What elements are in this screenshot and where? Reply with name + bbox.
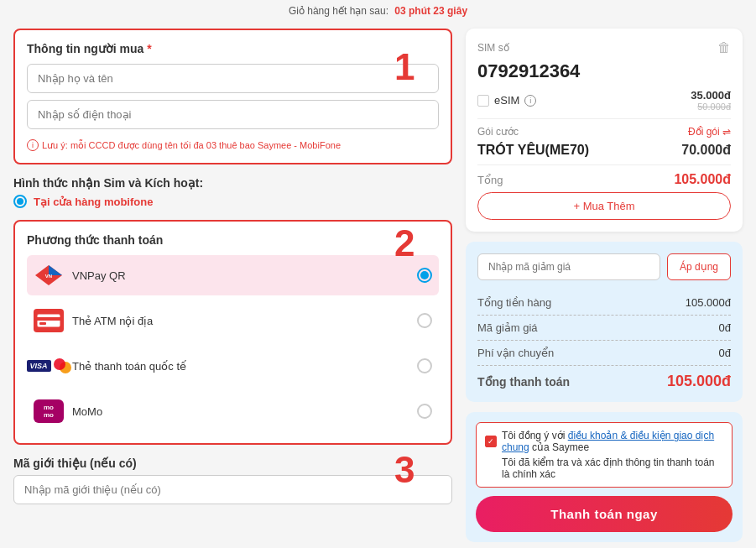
referral-input[interactable] <box>13 475 452 504</box>
store-label: Tại cửa hàng mobifone <box>34 196 153 208</box>
sim-reception-title: Hình thức nhận Sim và Kích hoạt: <box>13 176 452 190</box>
atm-label: Thẻ ATM nội địa <box>72 315 409 327</box>
sim-reception-section: Hình thức nhận Sim và Kích hoạt: Tại cửa… <box>13 176 452 208</box>
esim-price-old: 50.000đ <box>691 102 731 112</box>
delete-sim-icon[interactable]: 🗑 <box>717 40 731 55</box>
shipping-label: Phí vận chuyển <box>477 347 554 359</box>
vnpay-icon: VN <box>34 264 64 287</box>
radio-atm[interactable] <box>417 313 432 328</box>
buyer-info-title: Thông tin người mua * <box>27 42 439 55</box>
checkout-button[interactable]: Thanh toán ngay <box>476 496 733 532</box>
momo-label: MoMo <box>72 405 409 418</box>
esim-info-icon: i <box>524 95 536 107</box>
phone-input[interactable] <box>27 100 439 129</box>
agree-line-1: Tôi đồng ý với điều khoản & điều kiện gi… <box>485 430 723 453</box>
total-payment-label: Tổng thanh toán <box>477 375 570 389</box>
discount-input[interactable] <box>477 253 660 280</box>
payment-section: Phương thức thanh toán VN VNPay QR <box>13 220 452 445</box>
momo-icon: momo <box>34 399 64 423</box>
discount-label: Mã giảm giá <box>477 321 538 334</box>
subtotal-label: Tổng <box>477 174 503 186</box>
radio-visa[interactable] <box>417 358 432 373</box>
esim-checkbox[interactable] <box>477 95 489 107</box>
total-payment-value: 105.000đ <box>667 373 731 390</box>
name-input[interactable] <box>27 64 439 93</box>
payment-option-momo[interactable]: momo MoMo <box>27 391 439 431</box>
package-name: TRÓT YÊU(ME70) <box>477 143 589 158</box>
shipping-value: 0đ <box>719 347 731 359</box>
sim-summary-card: SIM số 🗑 0792912364 eSIM i 35.000đ 50.00… <box>466 29 743 232</box>
visa-icon: VISA <box>34 354 64 378</box>
subtotal-amount: 105.000đ <box>674 172 731 187</box>
esim-label: eSIM <box>494 94 519 107</box>
cccd-note: i Lưu ý: mỗi CCCD được dùng tên tối đa 0… <box>27 139 439 151</box>
svg-rect-5 <box>39 322 46 325</box>
mua-them-button[interactable]: + Mua Thêm <box>477 192 731 220</box>
summary-row-total-goods: Tổng tiền hàng 105.000đ <box>477 290 731 316</box>
vnpay-label: VNPay QR <box>72 269 409 282</box>
goi-cuoc-label: Gói cước <box>477 126 519 138</box>
summary-row-discount: Mã giảm giá 0đ <box>477 316 731 341</box>
top-bar: Giỏ hàng hết hạn sau: 03 phút 23 giây <box>0 0 756 22</box>
sim-label: SIM số <box>477 42 509 54</box>
required-star: * <box>147 42 151 55</box>
timer-label: Giỏ hàng hết hạn sau: <box>289 5 388 17</box>
checkout-card: Tôi đồng ý với điều khoản & điều kiện gi… <box>466 412 743 542</box>
total-goods-label: Tổng tiền hàng <box>477 296 551 309</box>
radio-momo[interactable] <box>417 404 432 419</box>
referral-title: Mã giới thiệu (nếu có) <box>13 457 452 470</box>
radio-store[interactable] <box>13 195 27 208</box>
total-payment-row: Tổng thanh toán 105.000đ <box>477 366 731 390</box>
esim-price-current: 35.000đ <box>691 89 731 102</box>
package-price: 70.000đ <box>681 143 731 158</box>
esim-price-block: 35.000đ 50.000đ <box>691 89 731 112</box>
sim-number: 0792912364 <box>477 60 731 82</box>
agree-checkbox[interactable] <box>485 436 497 447</box>
visa-label: Thẻ thanh toán quốc tế <box>72 360 409 373</box>
svg-text:VN: VN <box>45 274 52 279</box>
buyer-info-section: Thông tin người mua * i Lưu ý: mỗi CCCD … <box>13 29 452 164</box>
timer-value: 03 phút 23 giây <box>394 5 467 17</box>
atm-icon <box>34 309 64 332</box>
payment-title: Phương thức thanh toán <box>27 233 439 247</box>
total-goods-value: 105.000đ <box>686 296 731 309</box>
payment-option-atm[interactable]: Thẻ ATM nội địa <box>27 300 439 341</box>
sim-option-store[interactable]: Tại cửa hàng mobifone <box>13 195 452 208</box>
summary-row-shipping: Phí vận chuyển 0đ <box>477 341 731 366</box>
svg-rect-4 <box>37 317 60 321</box>
apply-discount-button[interactable]: Áp dụng <box>667 253 731 280</box>
agree-line-2: Tôi đã kiểm tra và xác định thông tin th… <box>485 457 723 480</box>
referral-section: Mã giới thiệu (nếu có) <box>13 457 452 504</box>
doi-goi-link[interactable]: Đổi gói ⇌ <box>688 126 731 138</box>
radio-vnpay[interactable] <box>417 268 432 283</box>
info-icon: i <box>27 139 39 151</box>
agree-box: Tôi đồng ý với điều khoản & điều kiện gi… <box>476 422 733 488</box>
discount-value: 0đ <box>719 321 731 334</box>
payment-option-visa[interactable]: VISA Thẻ thanh toán quốc tế <box>27 346 439 386</box>
payment-option-vnpay[interactable]: VN VNPay QR <box>27 255 439 295</box>
discount-summary-card: Áp dụng Tổng tiền hàng 105.000đ Mã giảm … <box>466 242 743 402</box>
